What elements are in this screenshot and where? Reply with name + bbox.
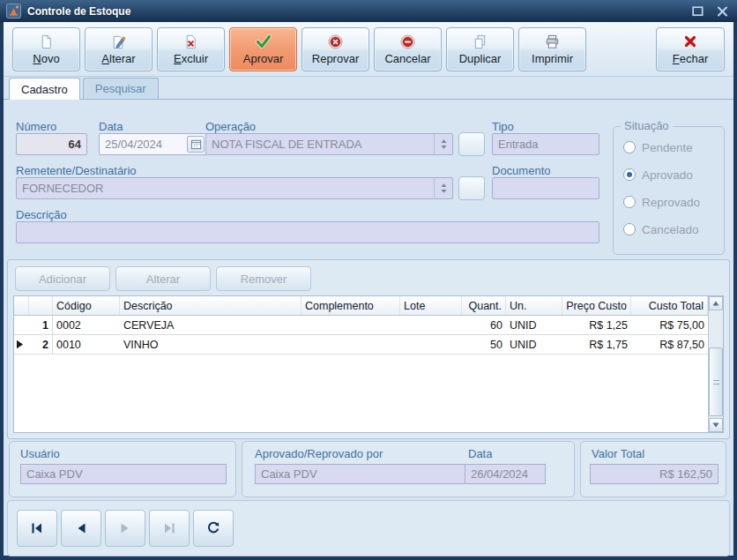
imprimir-label: Imprimir bbox=[532, 52, 573, 65]
updown-arrows-icon bbox=[440, 138, 448, 150]
tipo-label: Tipo bbox=[492, 120, 514, 133]
aprovacao-data-field[interactable]: 26/04/2024 bbox=[465, 464, 546, 484]
edit-pencil-icon bbox=[110, 33, 127, 50]
operacao-lookup-button[interactable] bbox=[458, 132, 485, 156]
scroll-down-arrow[interactable] bbox=[709, 418, 723, 432]
tab-pesquisar[interactable]: Pesquisar bbox=[83, 78, 159, 99]
radio-reprovado-circle bbox=[623, 196, 636, 208]
documento-field[interactable] bbox=[492, 177, 599, 199]
radio-reprovado-label: Reprovado bbox=[642, 196, 700, 209]
scrollbar-thumb[interactable] bbox=[709, 347, 723, 416]
data-label: Data bbox=[99, 120, 123, 133]
previous-record-button[interactable] bbox=[61, 510, 101, 547]
operacao-spinner[interactable] bbox=[434, 134, 452, 154]
cancel-circle-icon bbox=[399, 33, 416, 50]
radio-cancelado[interactable]: Cancelado bbox=[623, 220, 724, 239]
excluir-button[interactable]: Excluir bbox=[157, 27, 225, 71]
grid-row-2[interactable]: 2 0010 VINHO 50 UNID R$ 1,75 R$ 87,50 bbox=[14, 335, 708, 355]
row-1-quant: 60 bbox=[462, 319, 506, 332]
last-record-icon bbox=[162, 522, 176, 534]
adicionar-button[interactable]: Adicionar bbox=[15, 266, 110, 291]
tabbar: Cadastro Pesquisar bbox=[4, 77, 733, 100]
scroll-up-arrow[interactable] bbox=[709, 296, 723, 310]
remetente-spinner[interactable] bbox=[434, 178, 452, 198]
thumb-grip bbox=[713, 380, 719, 385]
new-document-icon bbox=[38, 33, 55, 50]
record-navigator bbox=[7, 500, 730, 556]
reprovar-button[interactable]: Reprovar bbox=[302, 27, 369, 71]
imprimir-button[interactable]: Imprimir bbox=[518, 27, 586, 71]
row-2-quant: 50 bbox=[462, 339, 506, 351]
descricao-field[interactable] bbox=[16, 221, 599, 243]
tipo-field[interactable]: Entrada bbox=[492, 133, 599, 155]
toolbar: Novo Alterar Excluir Aprovar bbox=[4, 22, 733, 77]
remetente-label: Remetente/Destinatário bbox=[16, 164, 137, 177]
grid-header-descricao[interactable]: Descrição bbox=[120, 296, 302, 315]
close-button[interactable] bbox=[713, 4, 731, 19]
data-field[interactable]: 25/04/2024 bbox=[99, 133, 207, 155]
grid-header-quant[interactable]: Quant. bbox=[462, 296, 506, 315]
operacao-combo[interactable]: NOTA FISCAL DE ENTRADA bbox=[205, 133, 453, 155]
grid-row-1[interactable]: 1 0002 CERVEJA 60 UNID R$ 1,25 R$ 75,00 bbox=[14, 316, 708, 335]
cancelar-button[interactable]: Cancelar bbox=[374, 27, 442, 71]
documento-label: Documento bbox=[492, 164, 550, 177]
situacao-groupbox: Situação Pendente Aprovado Reprovado Can… bbox=[613, 126, 725, 255]
grid-header-lote[interactable]: Lote bbox=[400, 296, 462, 315]
radio-aprovado[interactable]: Aprovado bbox=[623, 165, 724, 184]
refresh-icon bbox=[206, 521, 220, 535]
grid-vertical-scrollbar[interactable] bbox=[708, 296, 723, 432]
radio-cancelado-circle bbox=[623, 223, 636, 235]
app-window: Controle de Estoque Novo Altera bbox=[0, 0, 737, 560]
grid-header-un[interactable]: Un. bbox=[506, 296, 562, 315]
cancelar-label: Cancelar bbox=[384, 52, 430, 65]
remetente-value: FORNECEDOR bbox=[22, 182, 103, 195]
duplicar-button[interactable]: Duplicar bbox=[446, 27, 514, 71]
triangle-down-icon bbox=[712, 422, 719, 428]
radio-aprovado-label: Aprovado bbox=[642, 168, 693, 182]
reprovar-label: Reprovar bbox=[312, 52, 359, 65]
items-grid-body: Código Descrição Complemento Lote Quant.… bbox=[14, 296, 708, 432]
maximize-button[interactable] bbox=[689, 4, 706, 19]
usuario-field[interactable]: Caixa PDV bbox=[20, 464, 227, 484]
aprovado-por-field[interactable]: Caixa PDV bbox=[255, 464, 466, 484]
usuario-label: Usuário bbox=[20, 447, 60, 460]
grid-header-rownum bbox=[29, 296, 53, 315]
radio-pendente[interactable]: Pendente bbox=[623, 138, 724, 157]
row-2-codigo: 0010 bbox=[53, 339, 120, 351]
item-alterar-button[interactable]: Alterar bbox=[115, 266, 211, 291]
aprovar-button[interactable]: Aprovar bbox=[229, 27, 297, 71]
excluir-label: Excluir bbox=[174, 52, 208, 65]
remetente-combo[interactable]: FORNECEDOR bbox=[16, 177, 453, 199]
grid-header-indicator bbox=[14, 296, 29, 315]
valor-total-field[interactable]: R$ 162,50 bbox=[590, 464, 718, 484]
row-1-un: UNID bbox=[506, 319, 562, 332]
row-1-preco-custo: R$ 1,25 bbox=[562, 319, 631, 332]
alterar-button[interactable]: Alterar bbox=[85, 27, 153, 71]
data-value: 25/04/2024 bbox=[105, 138, 162, 151]
remover-button[interactable]: Remover bbox=[216, 266, 311, 291]
calendar-button[interactable] bbox=[187, 136, 205, 153]
first-record-button[interactable] bbox=[17, 510, 57, 547]
items-grid: Código Descrição Complemento Lote Quant.… bbox=[13, 295, 724, 433]
next-record-button[interactable] bbox=[105, 510, 145, 547]
row-2-number: 2 bbox=[29, 335, 53, 354]
grid-header-custo-total[interactable]: Custo Total bbox=[631, 296, 708, 315]
tab-cadastro[interactable]: Cadastro bbox=[9, 78, 80, 100]
fechar-button[interactable]: Fechar bbox=[656, 27, 725, 71]
aprovacao-panel: Aprovado/Reprovado por Caixa PDV Data 26… bbox=[242, 441, 575, 497]
alterar-label: Alterar bbox=[101, 52, 135, 65]
last-record-button[interactable] bbox=[149, 510, 190, 547]
grid-header-preco-custo[interactable]: Preço Custo bbox=[562, 296, 631, 315]
radio-reprovado[interactable]: Reprovado bbox=[623, 192, 724, 212]
remetente-lookup-button[interactable] bbox=[458, 176, 485, 200]
adicionar-label: Adicionar bbox=[39, 273, 86, 286]
titlebar: Controle de Estoque bbox=[0, 0, 737, 22]
duplicar-label: Duplicar bbox=[459, 52, 502, 65]
grid-header-complemento[interactable]: Complemento bbox=[302, 296, 400, 315]
grid-header-codigo[interactable]: Código bbox=[53, 296, 120, 315]
novo-button[interactable]: Novo bbox=[12, 27, 80, 71]
refresh-button[interactable] bbox=[193, 510, 234, 547]
numero-field[interactable]: 64 bbox=[16, 133, 87, 155]
row-2-preco-custo: R$ 1,75 bbox=[562, 339, 631, 351]
situacao-title: Situação bbox=[621, 119, 673, 132]
